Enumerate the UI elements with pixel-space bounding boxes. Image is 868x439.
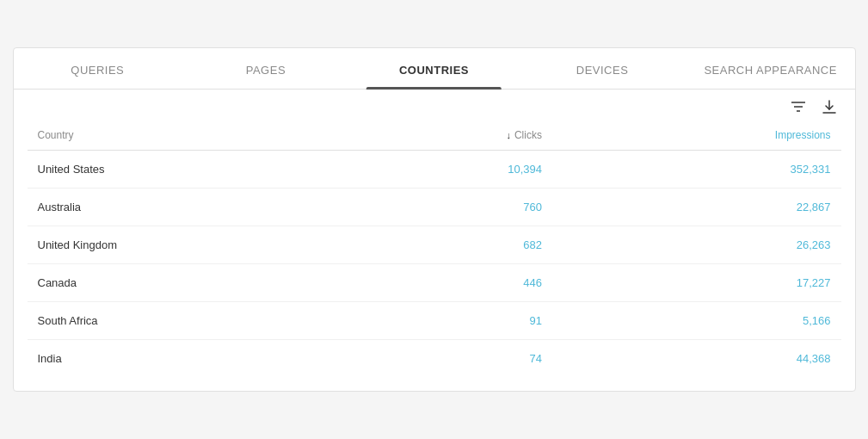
cell-impressions: 22,867 [552,189,841,226]
col-header-impressions[interactable]: Impressions [552,121,841,151]
table-row: South Africa915,166 [28,302,841,340]
filter-icon[interactable] [790,98,807,115]
cell-country: South Africa [28,302,286,340]
table-row: Canada44617,227 [28,264,841,302]
cell-country: Canada [28,264,286,302]
tab-countries[interactable]: COUNTRIES [350,48,519,89]
cell-clicks: 74 [286,340,552,378]
cell-clicks: 91 [286,302,552,340]
sort-arrow-icon: ↓ [506,130,511,140]
col-header-clicks[interactable]: ↓Clicks [286,121,552,151]
table-row: United States10,394352,331 [28,151,841,189]
cell-clicks: 446 [286,264,552,302]
data-table: Country ↓Clicks Impressions United State… [28,121,841,377]
cell-country: United States [28,151,286,189]
tab-navigation: QUERIES PAGES COUNTRIES DEVICES SEARCH A… [14,48,855,90]
cell-impressions: 44,368 [552,340,841,378]
cell-country: India [28,340,286,378]
table-header-row: Country ↓Clicks Impressions [28,121,841,151]
main-card: QUERIES PAGES COUNTRIES DEVICES SEARCH A… [13,47,856,392]
table-body: United States10,394352,331Australia76022… [28,151,841,378]
cell-clicks: 10,394 [286,151,552,189]
tab-queries[interactable]: QUERIES [14,48,182,89]
cell-country: Australia [28,189,286,226]
table-row: Australia76022,867 [28,189,841,226]
cell-impressions: 5,166 [552,302,841,340]
table-row: India7444,368 [28,340,841,378]
cell-clicks: 760 [286,189,552,226]
cell-clicks: 682 [286,226,552,264]
tab-pages[interactable]: PAGES [182,48,350,89]
cell-country: United Kingdom [28,226,286,264]
tab-devices[interactable]: DEVICES [518,48,686,89]
table-row: United Kingdom68226,263 [28,226,841,264]
table-wrapper: Country ↓Clicks Impressions United State… [14,121,855,391]
cell-impressions: 352,331 [552,151,841,189]
cell-impressions: 26,263 [552,226,841,264]
toolbar [14,90,855,121]
tab-search-appearance[interactable]: SEARCH APPEARANCE [686,48,855,89]
cell-impressions: 17,227 [552,264,841,302]
download-icon[interactable] [821,98,838,115]
col-header-country: Country [28,121,286,151]
